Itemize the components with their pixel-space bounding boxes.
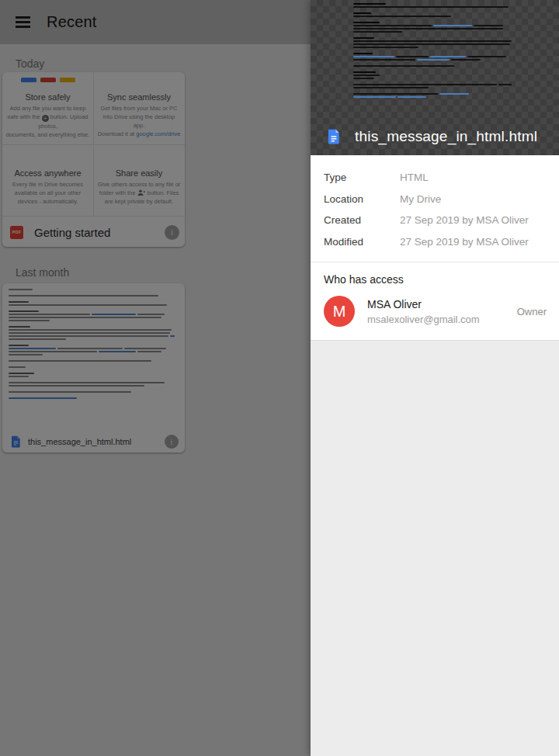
field-label: Modified bbox=[324, 236, 400, 248]
detail-title-row: this_message_in_html.html bbox=[326, 128, 537, 145]
who-has-access-card: Who has access M MSA Oliver msalexoliver… bbox=[311, 262, 559, 341]
member-info: MSA Oliver msalexoliver@gmail.com bbox=[367, 298, 480, 325]
field-label: Created bbox=[324, 214, 400, 226]
field-value: HTML bbox=[400, 172, 429, 183]
field-row-created: Created 27 Sep 2019 by MSA Oliver bbox=[324, 210, 547, 231]
member-email: msalexoliver@gmail.com bbox=[367, 314, 480, 325]
file-details-panel: this_message_in_html.html Type HTML Loca… bbox=[311, 0, 559, 756]
avatar: M bbox=[324, 296, 355, 327]
access-member-row[interactable]: M MSA Oliver msalexoliver@gmail.com Owne… bbox=[324, 296, 547, 327]
document-preview-lines bbox=[353, 3, 516, 99]
drive-recent-screen: Recent Today Store safely Add any file y… bbox=[0, 0, 559, 756]
file-metadata-card: Type HTML Location My Drive Created 27 S… bbox=[311, 155, 559, 262]
modal-scrim[interactable] bbox=[0, 0, 311, 756]
field-label: Location bbox=[324, 193, 400, 205]
field-row-type: Type HTML bbox=[324, 167, 547, 189]
field-label: Type bbox=[324, 172, 400, 183]
file-preview-header[interactable]: this_message_in_html.html bbox=[311, 0, 559, 155]
field-row-location: Location My Drive bbox=[324, 189, 547, 210]
field-value: 27 Sep 2019 by MSA Oliver bbox=[400, 236, 529, 248]
file-title: this_message_in_html.html bbox=[355, 128, 537, 145]
field-row-modified: Modified 27 Sep 2019 by MSA Oliver bbox=[324, 231, 547, 253]
member-name: MSA Oliver bbox=[367, 298, 480, 310]
field-value: 27 Sep 2019 by MSA Oliver bbox=[400, 214, 529, 226]
field-value[interactable]: My Drive bbox=[400, 193, 441, 205]
html-file-icon bbox=[326, 129, 342, 144]
access-heading: Who has access bbox=[324, 273, 547, 286]
recent-list-pane: Recent Today Store safely Add any file y… bbox=[0, 0, 311, 756]
member-role: Owner bbox=[517, 306, 547, 317]
